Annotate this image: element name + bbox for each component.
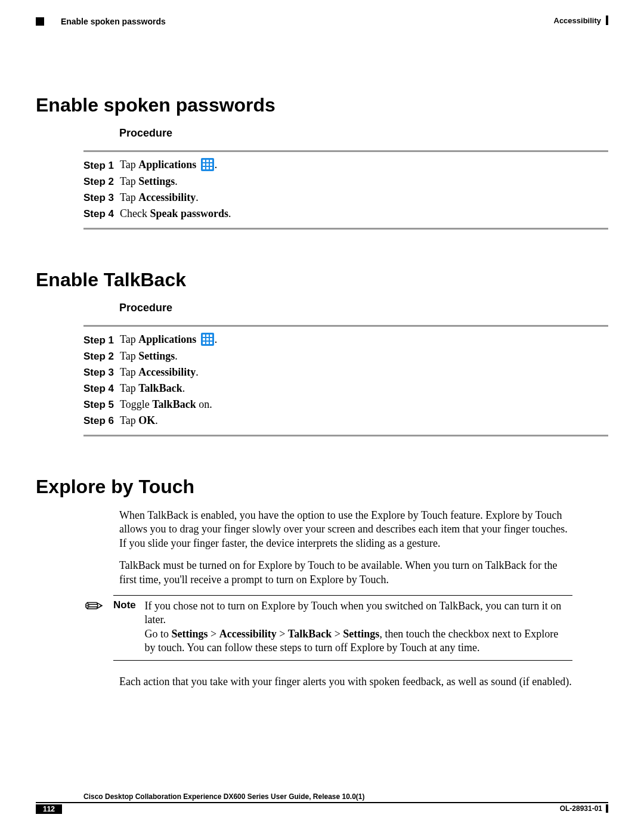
step-bold-target: Accessibility — [138, 366, 196, 378]
section1-step-row: Step 1Tap Applications . — [83, 156, 237, 174]
section1-step-row: Step 2Tap Settings. — [83, 174, 237, 190]
step-suffix: on. — [196, 398, 212, 410]
section1-step-row: Step 4Check Speak passwords. — [83, 206, 237, 222]
svg-rect-9 — [210, 167, 212, 169]
section2-steps: Step 1Tap Applications .Step 2Tap Settin… — [83, 330, 223, 429]
step-prefix: Tap — [120, 350, 138, 362]
step-label: Step 6 — [83, 413, 120, 429]
header-right-text: Accessibility — [554, 16, 609, 25]
step-bold-target: Accessibility — [138, 191, 196, 203]
section2-title: Enable TalkBack — [36, 269, 608, 291]
note-block: ✎ Note If you chose not to turn on Explo… — [83, 595, 572, 664]
step-label: Step 4 — [83, 206, 120, 222]
step-bold-target: TalkBack — [138, 382, 182, 394]
section2-step-row: Step 3Tap Accessibility. — [83, 364, 223, 380]
note-bottom-rule — [113, 660, 572, 661]
footer-page-number: 112 — [36, 804, 62, 814]
step-bold-target: Settings — [138, 350, 175, 362]
step-label: Step 2 — [83, 348, 120, 364]
step-suffix: . — [196, 191, 199, 203]
section2-step-row: Step 2Tap Settings. — [83, 348, 223, 364]
section2-top-rule — [83, 325, 608, 327]
step-instruction: Tap Applications . — [120, 156, 237, 174]
note-text: If you chose not to turn on Explore by T… — [145, 599, 571, 655]
header-left-text: Enable spoken passwords — [61, 17, 166, 26]
step-suffix: . — [215, 333, 218, 345]
section3-para3: Each action that you take with your fing… — [119, 675, 572, 689]
svg-rect-17 — [203, 342, 205, 344]
svg-rect-12 — [206, 335, 209, 337]
step-label: Step 4 — [83, 380, 120, 397]
svg-rect-16 — [210, 338, 212, 340]
step-instruction: Tap Accessibility. — [120, 364, 223, 380]
step-instruction: Tap Accessibility. — [120, 190, 237, 206]
step-prefix: Tap — [120, 159, 138, 171]
step-instruction: Tap Applications . — [120, 330, 223, 348]
step-instruction: Tap OK. — [120, 413, 223, 429]
header-square-icon — [36, 17, 44, 26]
pencil-icon: ✎ — [80, 584, 117, 621]
svg-rect-7 — [203, 167, 205, 169]
section2-step-row: Step 4Tap TalkBack. — [83, 380, 223, 397]
svg-rect-15 — [206, 338, 209, 340]
section1-bottom-rule — [83, 228, 608, 230]
step-instruction: Toggle TalkBack on. — [120, 397, 223, 413]
svg-rect-14 — [203, 338, 205, 340]
applications-grid-icon — [200, 157, 215, 172]
applications-grid-icon — [200, 332, 215, 346]
section1-top-rule — [83, 150, 608, 152]
footer-title: Cisco Desktop Collaboration Experience D… — [36, 792, 608, 803]
svg-rect-18 — [206, 342, 209, 344]
svg-rect-1 — [203, 160, 205, 162]
step-bold-target: Applications — [138, 333, 196, 345]
page-header: Enable spoken passwords Accessibility — [36, 17, 608, 35]
step-prefix: Tap — [120, 333, 138, 345]
step-instruction: Tap TalkBack. — [120, 380, 223, 397]
step-label: Step 2 — [83, 174, 120, 190]
step-suffix: . — [175, 350, 178, 362]
svg-rect-19 — [210, 342, 212, 344]
svg-rect-13 — [210, 335, 212, 337]
section3-title: Explore by Touch — [36, 476, 608, 498]
step-bold-target: OK — [138, 414, 155, 426]
step-instruction: Check Speak passwords. — [120, 206, 237, 222]
step-suffix: . — [175, 175, 178, 187]
step-bold-target: Speak passwords — [150, 208, 229, 219]
section1-step-row: Step 3Tap Accessibility. — [83, 190, 237, 206]
section1-steps: Step 1Tap Applications .Step 2Tap Settin… — [83, 156, 237, 222]
step-bold-target: TalkBack — [152, 398, 196, 410]
note-top-rule — [113, 595, 572, 596]
step-label: Step 1 — [83, 330, 120, 348]
step-suffix: . — [196, 366, 199, 378]
step-suffix: . — [182, 382, 185, 394]
step-suffix: . — [215, 159, 218, 171]
section1-title: Enable spoken passwords — [36, 94, 608, 116]
page-footer: Cisco Desktop Collaboration Experience D… — [36, 792, 608, 815]
step-label: Step 5 — [83, 397, 120, 413]
step-label: Step 3 — [83, 190, 120, 206]
step-prefix: Tap — [120, 382, 138, 394]
section3-para1: When TalkBack is enabled, you have the o… — [119, 509, 572, 550]
step-suffix: . — [228, 208, 231, 219]
svg-rect-8 — [206, 167, 209, 169]
footer-doc-id: OL-28931-01 — [560, 804, 608, 813]
svg-rect-2 — [206, 160, 209, 162]
section2-step-row: Step 5Toggle TalkBack on. — [83, 397, 223, 413]
step-prefix: Tap — [120, 414, 138, 426]
section2-step-row: Step 1Tap Applications . — [83, 330, 223, 348]
step-instruction: Tap Settings. — [120, 348, 223, 364]
section2-bottom-rule — [83, 435, 608, 436]
svg-rect-11 — [203, 335, 205, 337]
note-label: Note — [113, 599, 142, 611]
section2-step-row: Step 6Tap OK. — [83, 413, 223, 429]
step-bold-target: Settings — [138, 175, 175, 187]
svg-rect-5 — [206, 163, 209, 166]
step-suffix: . — [155, 414, 158, 426]
step-label: Step 1 — [83, 156, 120, 174]
section2-procedure-label: Procedure — [119, 302, 608, 314]
step-prefix: Tap — [120, 191, 138, 203]
step-prefix: Tap — [120, 366, 138, 378]
svg-rect-3 — [210, 160, 212, 162]
svg-rect-6 — [210, 163, 212, 166]
section1-procedure-label: Procedure — [119, 127, 608, 140]
